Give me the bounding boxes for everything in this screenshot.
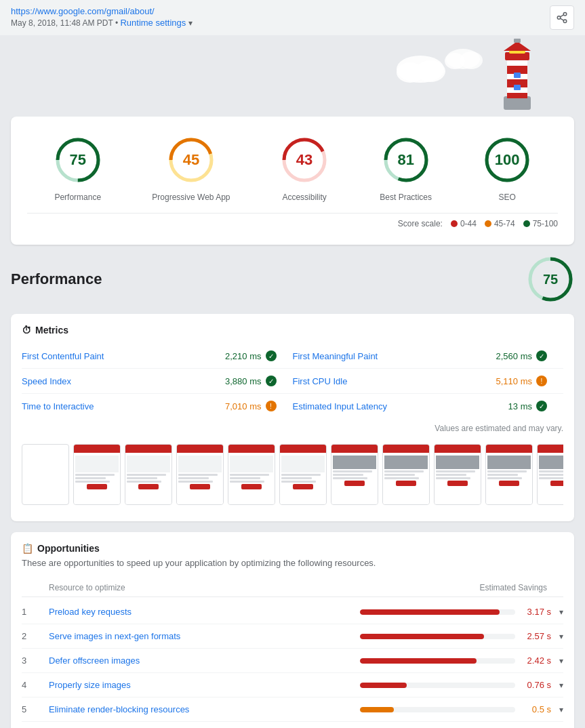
score-seo: 100 SEO: [480, 133, 534, 202]
score-pwa: 45 Progressive Web App: [152, 133, 230, 202]
score-performance: 75 Performance: [51, 133, 105, 202]
opportunities-description: These are opportunities to speed up your…: [22, 558, 563, 568]
runtime-settings-link[interactable]: Runtime settings: [120, 18, 186, 28]
main-content: Performance 75 ⏱ Metrics First Contentfu…: [0, 245, 585, 728]
filmstrip-frame: [537, 444, 563, 505]
opportunity-row[interactable]: 2 Serve images in next-gen formats 2.57 …: [22, 624, 563, 649]
metric-row: Speed Index 3,880 ms ✓: [22, 369, 293, 394]
score-accessibility: 43 Accessibility: [277, 133, 331, 202]
metrics-header: ⏱ Metrics: [22, 325, 563, 336]
metric-value: 7,010 ms !: [225, 401, 276, 411]
scores-row: 75 Performance 45 Progressive Web App 43…: [27, 133, 558, 202]
status-icon: ✓: [536, 350, 547, 361]
svg-rect-20: [514, 73, 521, 78]
metric-name[interactable]: First Meaningful Paint: [293, 351, 378, 361]
opp-savings: 0.5 s ▾: [360, 704, 563, 714]
scale-item: 0-44: [451, 219, 477, 228]
opp-name[interactable]: Properly size images: [49, 680, 360, 690]
metric-value: 2,560 ms ✓: [496, 350, 547, 361]
opp-number: 5: [22, 704, 49, 714]
opp-savings: 3.17 s ▾: [360, 607, 563, 617]
values-note: Values are estimated and may vary.: [22, 418, 563, 439]
status-icon: !: [266, 401, 277, 411]
opportunity-row[interactable]: 5 Eliminate render-blocking resources 0.…: [22, 697, 563, 722]
opp-value: 3.17 s: [521, 607, 551, 617]
filmstrip-frame: [279, 444, 327, 505]
status-icon: !: [536, 376, 547, 386]
opportunity-row[interactable]: 4 Properly size images 0.76 s ▾: [22, 673, 563, 697]
opportunities-list: 1 Preload key requests 3.17 s ▾ 2 Serve …: [22, 600, 563, 728]
svg-line-3: [560, 18, 563, 20]
opp-number: 2: [22, 631, 49, 641]
opp-bar-container: [360, 634, 515, 639]
svg-point-1: [557, 16, 561, 20]
opp-bar: [360, 634, 484, 639]
score-circle-best-practices: 81: [379, 133, 433, 187]
metric-row: Time to Interactive 7,010 ms !: [22, 394, 293, 418]
opp-number: 3: [22, 655, 49, 666]
opportunity-row[interactable]: 3 Defer offscreen images 2.42 s ▾: [22, 649, 563, 673]
filmstrip-frame: [382, 444, 430, 505]
metric-row: First CPU Idle 5,110 ms !: [293, 369, 564, 394]
chevron-down-icon[interactable]: ▾: [559, 681, 563, 690]
top-bar: https://www.google.com/gmail/about/ May …: [0, 0, 585, 35]
svg-point-7: [416, 60, 445, 82]
metric-value: 5,110 ms !: [496, 376, 547, 386]
metric-name[interactable]: First Contentful Paint: [22, 351, 104, 361]
metrics-left-col: First Contentful Paint 2,210 ms ✓ Speed …: [22, 344, 293, 418]
svg-rect-12: [507, 59, 527, 98]
metric-row: Estimated Input Latency 13 ms ✓: [293, 394, 564, 418]
scale-dot: [523, 220, 530, 227]
metric-name[interactable]: Time to Interactive: [22, 401, 94, 411]
metrics-section: ⏱ Metrics First Contentful Paint 2,210 m…: [11, 314, 574, 521]
score-scale: Score scale: 0-4445-7475-100: [27, 213, 558, 228]
opportunities-header: 📋 Opportunities: [22, 543, 563, 554]
filmstrip-frame: [22, 444, 69, 505]
svg-marker-18: [504, 41, 531, 51]
chevron-down-icon[interactable]: ▾: [559, 705, 563, 714]
svg-rect-21: [514, 85, 521, 90]
opp-value: 0.76 s: [521, 680, 551, 690]
opp-value: 0.5 s: [521, 704, 551, 714]
metric-value: 2,210 ms ✓: [225, 350, 276, 361]
opp-name[interactable]: Preload key requests: [49, 607, 360, 617]
opp-bar-container: [360, 658, 515, 664]
url-link[interactable]: https://www.google.com/gmail/about/: [11, 6, 155, 16]
opp-bar-container: [360, 609, 515, 615]
status-icon: ✓: [536, 401, 547, 411]
scale-item: 45-74: [485, 219, 515, 228]
opp-value: 2.57 s: [521, 631, 551, 641]
metric-row: First Contentful Paint 2,210 ms ✓: [22, 344, 293, 369]
filmstrip-frame: [73, 444, 121, 505]
status-icon: ✓: [266, 350, 277, 361]
scale-dot: [451, 220, 458, 227]
lighthouse-header: [0, 35, 585, 117]
metric-name[interactable]: Estimated Input Latency: [293, 401, 387, 411]
metric-name[interactable]: First CPU Idle: [293, 376, 348, 386]
metric-row: First Meaningful Paint 2,560 ms ✓: [293, 344, 564, 369]
chevron-down-icon[interactable]: ▾: [559, 607, 563, 617]
opp-number: 4: [22, 680, 49, 690]
filmstrip-frame: [176, 444, 224, 505]
chevron-down-icon[interactable]: ▾: [559, 656, 563, 666]
chevron-down-icon[interactable]: ▾: [559, 632, 563, 641]
scale-dot: [485, 220, 491, 227]
opp-name[interactable]: Serve images in next-gen formats: [49, 631, 360, 641]
opp-bar: [360, 658, 477, 664]
share-button[interactable]: [550, 5, 574, 30]
opp-name[interactable]: Defer offscreen images: [49, 655, 360, 666]
table-icon: 📋: [22, 543, 33, 554]
opportunity-row[interactable]: 1 Preload key requests 3.17 s ▾: [22, 600, 563, 624]
scores-card: 75 Performance 45 Progressive Web App 43…: [11, 117, 574, 245]
score-circle-accessibility: 43: [277, 133, 331, 187]
opp-name[interactable]: Eliminate render-blocking resources: [49, 704, 360, 714]
filmstrip-frame: [228, 444, 275, 505]
metric-name[interactable]: Speed Index: [22, 376, 71, 386]
opp-value: 2.42 s: [521, 655, 551, 666]
cloud-icon: [393, 49, 447, 83]
svg-point-2: [563, 20, 567, 23]
clock-icon: ⏱: [22, 325, 31, 336]
opp-bar: [360, 707, 394, 712]
score-circle-seo: 100: [480, 133, 534, 187]
opportunity-row[interactable]: 6 Avoid multiple, costly round trips to …: [22, 722, 563, 728]
